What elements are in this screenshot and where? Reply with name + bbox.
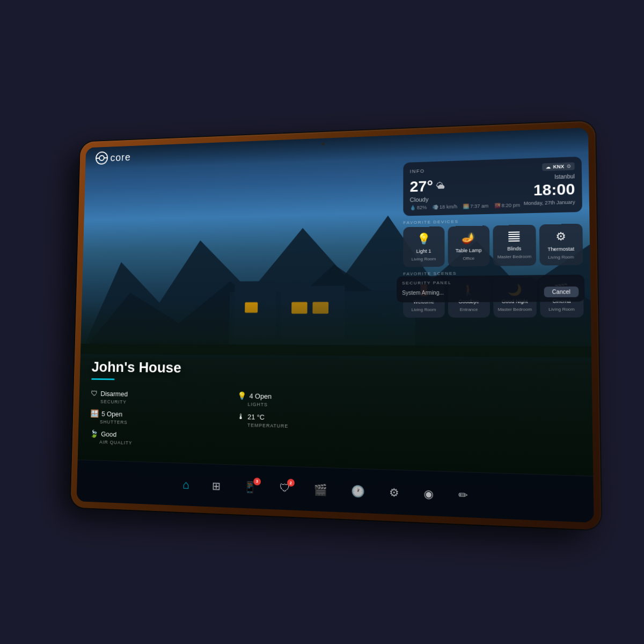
- home-icon: ⌂: [182, 478, 189, 492]
- device-blinds[interactable]: Blinds Master Bedroom: [493, 224, 536, 266]
- nav-grid[interactable]: ⊞: [206, 474, 227, 497]
- logo: core: [95, 150, 131, 165]
- clock-icon: 🕐: [351, 484, 365, 498]
- sunset-item: 🌇 8:20 pm: [494, 202, 520, 208]
- logo-icon: [95, 151, 108, 165]
- settings-nav-icon: ⚙: [389, 485, 399, 499]
- nav-scenes[interactable]: 🎬: [307, 478, 333, 501]
- scenes-nav-icon: 🎬: [313, 482, 327, 496]
- wind-item: 💨 18 km/h: [433, 204, 458, 210]
- nav-network[interactable]: ◉: [417, 482, 440, 506]
- tablet-screen: core John's House 🛡 Disarmed: [77, 128, 594, 523]
- house-divider: [91, 378, 114, 380]
- security-notification-area: SECURITY PANEL System Arming... Cancel: [397, 274, 585, 302]
- city-name: Istanbul: [524, 173, 575, 181]
- device-blinds-location: Master Bedroom: [497, 254, 531, 259]
- left-panel: John's House 🛡 Disarmed SECURITY: [78, 159, 397, 470]
- status-shutters: 🪟 5 Open SHUTTERS: [90, 409, 227, 427]
- scene-goodnight-location: Master Bedroom: [497, 306, 532, 312]
- device-table-lamp[interactable]: 🪔 Table Lamp Office: [448, 225, 489, 266]
- device-thermostat[interactable]: ⚙ Thermostat Living Room: [539, 224, 583, 266]
- nav-security[interactable]: 🛡 2: [273, 477, 297, 499]
- temperature-value: 27°: [410, 178, 433, 195]
- table-lamp-icon: 🪔: [462, 231, 475, 245]
- security-badge: 2: [287, 479, 295, 487]
- air-quality-icon: 🍃: [90, 429, 98, 438]
- security-panel-label: SECURITY PANEL: [402, 279, 579, 286]
- arming-row: System Arming... Cancel: [402, 286, 579, 298]
- status-air-quality: 🍃 Good AIR QUALITY: [90, 429, 226, 448]
- status-security: 🛡 Disarmed SECURITY: [91, 389, 228, 407]
- blinds-icon: [508, 230, 520, 243]
- screen: core John's House 🛡 Disarmed: [77, 128, 594, 523]
- device-table-lamp-name: Table Lamp: [456, 247, 482, 254]
- device-light1-name: Light 1: [416, 248, 431, 254]
- logo-text: core: [110, 151, 131, 164]
- right-panel: INFO ☁ KNX ⚙ 27° 🌥: [397, 152, 594, 476]
- devices-badge: 3: [253, 477, 261, 485]
- humidity-item: 💧 82%: [410, 204, 427, 210]
- scene-goodbye-location: Entrance: [460, 307, 478, 312]
- settings-small-icon: ⚙: [566, 164, 571, 170]
- knx-text: KNX: [553, 164, 565, 170]
- edit-icon: ✏: [458, 488, 468, 502]
- scene-cinema-location: Living Room: [548, 306, 575, 312]
- cloud-icon: ☁: [546, 164, 551, 170]
- info-header: INFO ☁ KNX ⚙: [410, 162, 575, 175]
- svg-point-10: [99, 156, 104, 161]
- tablet-device: core John's House 🛡 Disarmed: [70, 121, 601, 530]
- status-lights: 💡 4 Open LIGHTS: [237, 391, 383, 409]
- grid-icon: ⊞: [211, 479, 221, 493]
- device-blinds-name: Blinds: [507, 246, 521, 252]
- info-content: 27° 🌥 Cloudy 💧 82%: [410, 173, 575, 210]
- weather-details: 💧 82% 💨 18 km/h 🌅 7:3: [410, 202, 521, 210]
- nav-settings[interactable]: ⚙: [382, 481, 406, 504]
- sunrise-icon: 🌅: [463, 203, 470, 209]
- status-temperature: 🌡 21 °C TEMPERATURE: [237, 412, 383, 431]
- time-value: 18:00: [524, 180, 575, 199]
- shield-icon: 🛡: [91, 389, 98, 398]
- network-icon: ◉: [423, 487, 433, 501]
- status-grid: 🛡 Disarmed SECURITY 💡 4 Open LIGHTS: [90, 389, 383, 452]
- devices-grid: 💡 Light 1 Living Room 🪔 Table Lamp Offic…: [403, 224, 583, 267]
- humidity-icon: 💧: [410, 205, 416, 210]
- date-value: Monday, 27th January: [524, 199, 575, 206]
- device-thermostat-name: Thermostat: [547, 246, 574, 253]
- knx-badge: ☁ KNX ⚙: [542, 162, 575, 171]
- nav-devices[interactable]: 📱 3: [237, 475, 262, 498]
- nav-home[interactable]: ⌂: [176, 473, 195, 496]
- main-content: John's House 🛡 Disarmed SECURITY: [78, 152, 594, 476]
- wind-icon: 💨: [433, 204, 438, 210]
- light-icon: 💡: [237, 391, 246, 400]
- device-thermostat-location: Living Room: [548, 254, 574, 260]
- weather-icon: 🌥: [436, 181, 445, 191]
- cancel-button[interactable]: Cancel: [544, 286, 579, 297]
- sunrise-item: 🌅 7:37 am: [463, 203, 489, 209]
- scene-welcome-location: Living Room: [412, 307, 436, 312]
- thermostat-icon: ⚙: [555, 230, 566, 243]
- favorite-devices-section: FAVORITE DEVICES 💡 Light 1 Living Room 🪔…: [403, 216, 583, 267]
- temperature-icon: 🌡: [237, 412, 245, 421]
- light1-icon: 💡: [417, 232, 431, 246]
- system-arming-text: System Arming...: [402, 289, 444, 296]
- info-widget: INFO ☁ KNX ⚙ 27° 🌥: [403, 157, 582, 216]
- sunset-icon: 🌇: [494, 203, 501, 208]
- nav-edit[interactable]: ✏: [451, 483, 475, 507]
- device-light1-location: Living Room: [412, 257, 436, 262]
- house-name: John's House: [91, 359, 383, 379]
- device-light1[interactable]: 💡 Light 1 Living Room: [403, 226, 444, 267]
- info-label: INFO: [410, 169, 425, 174]
- time-info: Istanbul 18:00 Monday, 27th January: [524, 173, 575, 206]
- weather-info: 27° 🌥 Cloudy 💧 82%: [410, 175, 521, 210]
- nav-clock[interactable]: 🕐: [345, 479, 371, 502]
- shutters-icon: 🪟: [90, 409, 99, 418]
- device-table-lamp-location: Office: [463, 256, 474, 261]
